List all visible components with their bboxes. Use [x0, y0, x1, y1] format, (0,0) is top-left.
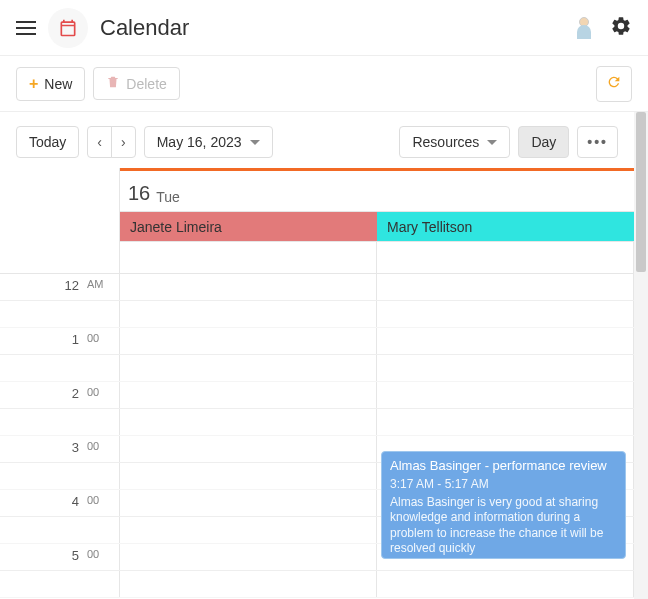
resources-dropdown[interactable]: Resources — [399, 126, 510, 158]
chevron-left-icon: ‹ — [97, 134, 102, 150]
time-slot-row-half[interactable] — [0, 571, 634, 598]
more-options-button[interactable]: ••• — [577, 126, 618, 158]
time-slot-row-half[interactable] — [0, 409, 634, 436]
day-view-label: Day — [531, 134, 556, 150]
new-button[interactable]: + New — [16, 67, 85, 101]
resource-name: Mary Tellitson — [387, 219, 472, 235]
time-slot-row[interactable]: 12AM — [0, 274, 634, 301]
trash-icon — [106, 75, 120, 92]
time-label: 12AM — [0, 274, 120, 300]
new-button-label: New — [44, 76, 72, 92]
today-label: Today — [29, 134, 66, 150]
time-label: 100 — [0, 328, 120, 354]
menu-icon[interactable] — [16, 21, 36, 35]
app-title: Calendar — [100, 15, 558, 41]
grid-cell[interactable] — [120, 571, 377, 597]
grid-cell[interactable] — [120, 517, 377, 543]
chevron-down-icon — [250, 140, 260, 145]
grid-cell[interactable] — [120, 301, 377, 327]
day-number: 16 — [128, 182, 150, 205]
day-label[interactable]: 16 Tue — [120, 168, 634, 212]
date-label: May 16, 2023 — [157, 134, 242, 150]
time-grid: 12AM100200300400500 Almas Basinger - per… — [0, 274, 634, 599]
resource-header[interactable]: Mary Tellitson — [377, 212, 634, 242]
time-slot-row[interactable]: 200 — [0, 382, 634, 409]
prev-button[interactable]: ‹ — [87, 126, 112, 158]
grid-cell[interactable] — [120, 382, 377, 408]
resources-header: Janete Limeira Mary Tellitson — [0, 212, 634, 242]
time-slot-row-half[interactable] — [0, 355, 634, 382]
chevron-right-icon: › — [121, 134, 126, 150]
event-time: 3:17 AM - 5:17 AM — [390, 477, 617, 493]
calendar-area: Today ‹ › May 16, 2023 Resources Day ••• — [0, 112, 648, 599]
action-toolbar: + New Delete — [0, 56, 648, 112]
today-button[interactable]: Today — [16, 126, 79, 158]
grid-cell[interactable] — [377, 409, 634, 435]
grid-cell[interactable] — [120, 409, 377, 435]
refresh-icon — [606, 74, 622, 94]
grid-cell[interactable] — [120, 355, 377, 381]
time-slot-row[interactable]: 100 — [0, 328, 634, 355]
all-day-row — [0, 242, 634, 274]
grid-cell[interactable] — [377, 382, 634, 408]
grid-cell[interactable] — [377, 274, 634, 300]
grid-cell[interactable] — [377, 301, 634, 327]
scrollbar-thumb[interactable] — [636, 112, 646, 272]
day-weekday: Tue — [156, 189, 180, 205]
calendar-event[interactable]: Almas Basinger - performance review 3:17… — [381, 451, 626, 559]
vertical-scrollbar[interactable] — [634, 112, 648, 599]
grid-cell[interactable] — [120, 463, 377, 489]
resource-name: Janete Limeira — [130, 219, 222, 235]
grid-cell[interactable] — [377, 355, 634, 381]
grid-cell[interactable] — [120, 544, 377, 570]
nav-arrows: ‹ › — [87, 126, 135, 158]
view-controls: Today ‹ › May 16, 2023 Resources Day ••• — [0, 112, 634, 168]
grid-cell[interactable] — [377, 328, 634, 354]
delete-button-label: Delete — [126, 76, 166, 92]
resources-label: Resources — [412, 134, 479, 150]
user-avatar[interactable] — [570, 14, 598, 42]
delete-button[interactable]: Delete — [93, 67, 179, 100]
time-label: 200 — [0, 382, 120, 408]
resource-header[interactable]: Janete Limeira — [120, 212, 377, 242]
date-picker-button[interactable]: May 16, 2023 — [144, 126, 273, 158]
chevron-down-icon — [487, 140, 497, 145]
settings-icon[interactable] — [610, 15, 632, 40]
plus-icon: + — [29, 75, 38, 93]
time-slot-row-half[interactable] — [0, 301, 634, 328]
day-header: 16 Tue — [0, 168, 634, 212]
all-day-cell[interactable] — [377, 242, 634, 273]
dots-icon: ••• — [587, 134, 608, 150]
app-header: Calendar — [0, 0, 648, 56]
day-view-button[interactable]: Day — [518, 126, 569, 158]
event-title: Almas Basinger - performance review — [390, 458, 617, 475]
grid-cell[interactable] — [120, 436, 377, 462]
grid-cell[interactable] — [120, 328, 377, 354]
time-label: 400 — [0, 490, 120, 516]
time-label: 500 — [0, 544, 120, 570]
all-day-cell[interactable] — [120, 242, 377, 273]
calendar-app-icon — [48, 8, 88, 48]
grid-cell[interactable] — [120, 490, 377, 516]
time-label: 300 — [0, 436, 120, 462]
refresh-button[interactable] — [596, 66, 632, 102]
grid-cell[interactable] — [120, 274, 377, 300]
event-description: Almas Basinger is very good at sharing k… — [390, 495, 617, 557]
next-button[interactable]: › — [111, 126, 136, 158]
grid-cell[interactable] — [377, 571, 634, 597]
